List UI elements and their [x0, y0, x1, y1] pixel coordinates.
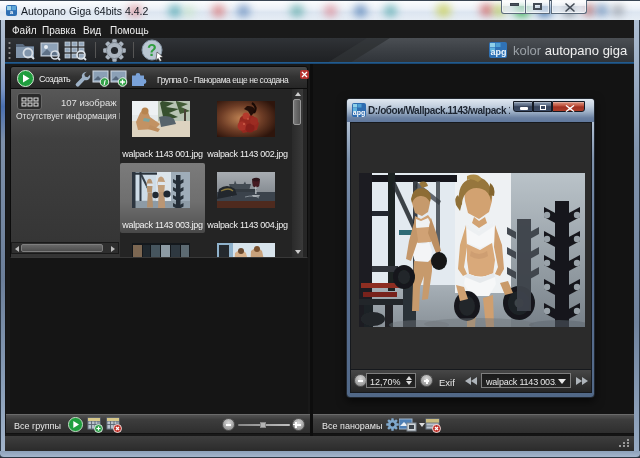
svg-text:apg: apg	[353, 109, 365, 117]
svg-text:apg: apg	[490, 47, 506, 57]
svg-text:?: ?	[147, 42, 157, 59]
